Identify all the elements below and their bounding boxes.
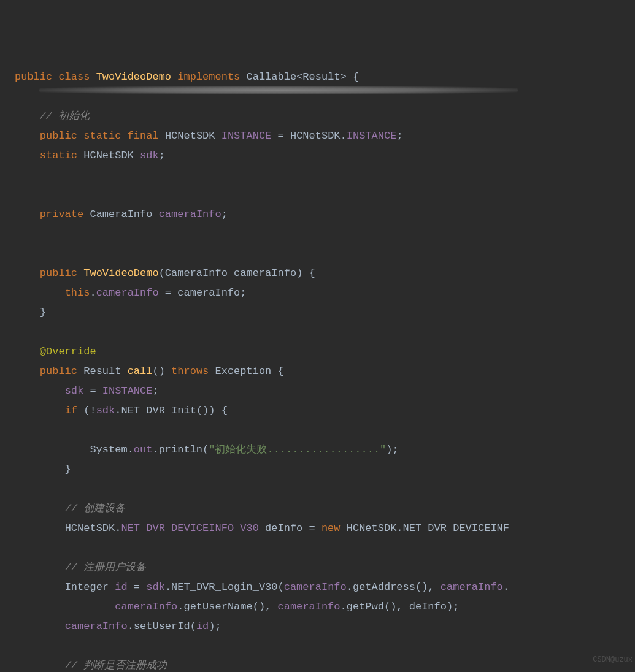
token-op xyxy=(90,71,96,83)
token-fld: sdk xyxy=(140,150,159,161)
token-kw: static xyxy=(40,150,77,161)
token-typ: HCNetSDK xyxy=(65,522,115,534)
code-line xyxy=(15,421,635,440)
token-mth: println xyxy=(159,444,202,456)
token-op xyxy=(15,346,40,357)
token-pun: } xyxy=(15,307,46,318)
token-typ: HCNetSDK xyxy=(165,130,215,142)
code-line: // 创建设备 xyxy=(15,499,635,519)
token-def: call xyxy=(128,365,153,377)
token-fld: cameraInfo xyxy=(441,581,503,593)
token-typ: Exception xyxy=(215,365,272,377)
code-line xyxy=(15,479,635,499)
code-line: private CameraInfo cameraInfo; xyxy=(15,205,635,224)
token-id: cameraInfo xyxy=(234,267,296,279)
code-line: // 注册用户设备 xyxy=(15,558,635,578)
token-pun: ; xyxy=(152,385,158,397)
token-kw: implements xyxy=(177,71,240,83)
token-op xyxy=(15,581,65,593)
token-kw: public xyxy=(40,130,77,142)
token-typ: HCNetSDK xyxy=(290,130,341,142)
watermark: CSDN@uzux xyxy=(593,650,633,670)
code-line: public TwoVideoDemo(CameraInfo cameraInf… xyxy=(15,264,635,283)
token-fld: INSTANCE xyxy=(347,130,397,142)
token-pun: (), xyxy=(384,601,409,613)
token-typ: Integer xyxy=(65,581,109,593)
code-line xyxy=(15,166,635,185)
token-kw: public xyxy=(40,365,77,377)
token-pun: ; xyxy=(221,208,228,220)
token-fld: id xyxy=(196,620,209,632)
token-op xyxy=(15,601,115,613)
token-op xyxy=(341,522,347,534)
token-fld: sdk xyxy=(96,405,115,416)
token-fld: cameraInfo xyxy=(65,620,128,632)
code-block: public class TwoVideoDemo implements Cal… xyxy=(15,67,635,672)
token-id: cameraInfo xyxy=(177,287,240,299)
token-mth: getUserName xyxy=(183,601,252,613)
token-pun: ( xyxy=(278,581,284,593)
token-pun: ( xyxy=(202,444,209,456)
token-pun: } xyxy=(15,464,71,475)
token-pun: ; xyxy=(159,150,165,161)
token-mth: NET_DVR_Login_V30 xyxy=(171,581,277,593)
token-pun: ); xyxy=(447,601,459,613)
token-fld: cameraInfo xyxy=(96,287,159,299)
token-pun: ); xyxy=(209,620,221,632)
token-typ: Result xyxy=(302,71,340,83)
token-pun: ); xyxy=(386,444,398,456)
token-pun: . xyxy=(115,522,121,534)
token-op xyxy=(15,503,65,514)
code-line: sdk = INSTANCE; xyxy=(15,381,635,401)
code-line: static HCNetSDK sdk; xyxy=(15,146,635,166)
token-op xyxy=(228,267,234,279)
token-id: NET_DVR_DEVICEINF xyxy=(403,522,509,534)
token-typ: System xyxy=(90,444,127,456)
token-pun: ; xyxy=(396,130,402,142)
token-cmt: // 创建设备 xyxy=(65,503,126,514)
token-pun: . xyxy=(177,601,183,613)
token-mth: getAddress xyxy=(353,581,415,593)
token-op xyxy=(77,130,83,142)
token-op xyxy=(171,71,177,83)
token-op xyxy=(121,130,127,142)
token-fld: sdk xyxy=(146,581,165,593)
code-line xyxy=(15,538,635,558)
token-kw: this xyxy=(65,287,90,299)
code-line: @Override xyxy=(15,342,635,362)
token-op xyxy=(259,522,265,534)
token-op: = xyxy=(271,130,290,142)
token-pun: . xyxy=(396,522,402,534)
code-line: public static final HCNetSDK INSTANCE = … xyxy=(15,126,635,146)
token-op xyxy=(77,365,83,377)
token-op xyxy=(77,150,83,161)
token-op xyxy=(77,267,83,279)
token-def: TwoVideoDemo xyxy=(96,71,171,83)
token-op xyxy=(15,385,65,397)
token-kw: if xyxy=(65,405,77,416)
token-pun: . xyxy=(347,581,353,593)
code-line: cameraInfo.getUserName(), cameraInfo.get… xyxy=(15,597,635,617)
token-typ: CameraInfo xyxy=(90,208,152,220)
token-kw: public xyxy=(15,71,52,83)
token-op xyxy=(152,208,158,220)
token-kw: private xyxy=(40,208,83,220)
token-mth: NET_DVR_Init xyxy=(121,405,196,416)
code-line: // 判断是否注册成功 xyxy=(15,656,635,672)
code-line xyxy=(15,224,635,244)
token-op xyxy=(15,130,40,142)
token-str: "初始化失败.................." xyxy=(209,444,386,456)
token-typ: Result xyxy=(83,365,121,377)
code-line xyxy=(15,185,635,205)
token-kw: final xyxy=(128,130,159,142)
code-line xyxy=(15,323,635,342)
token-op xyxy=(159,130,165,142)
code-line: System.out.println("初始化失败...............… xyxy=(15,440,635,460)
token-op xyxy=(15,444,90,456)
token-pun: . xyxy=(90,287,96,299)
token-op xyxy=(121,365,127,377)
token-kw: new xyxy=(321,522,341,534)
token-pun: ( xyxy=(159,267,165,279)
code-line: // 初始化 xyxy=(15,107,635,126)
token-op xyxy=(215,130,221,142)
